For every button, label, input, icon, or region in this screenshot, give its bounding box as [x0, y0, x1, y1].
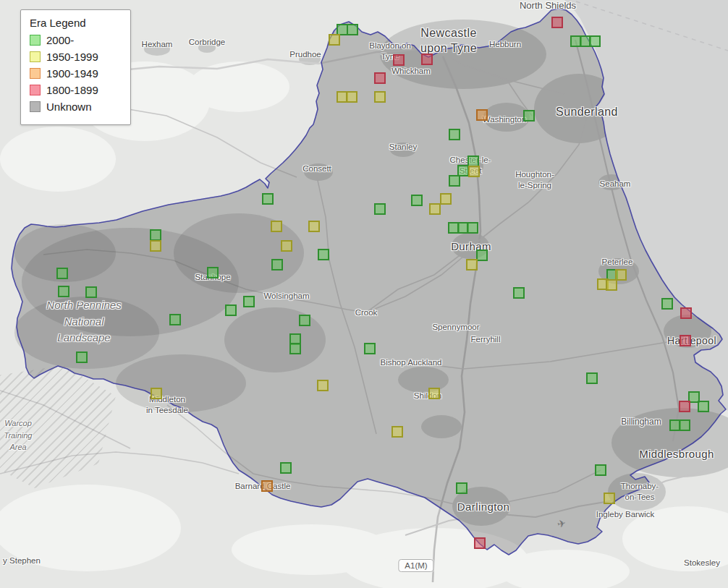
map-canvas[interactable]: HexhamCorbridgePrudhoeNewcastle upon Tyn…: [0, 0, 728, 588]
legend-item-1900-1949: 1900-1949: [30, 67, 122, 80]
era-marker-2000-[interactable]: [76, 351, 88, 363]
era-marker-1900-1949[interactable]: [476, 109, 488, 121]
era-marker-1950-1999[interactable]: [329, 34, 340, 46]
era-marker-2000-[interactable]: [169, 314, 181, 325]
era-marker-1950-1999[interactable]: [317, 380, 329, 391]
era-marker-2000-[interactable]: [679, 419, 690, 431]
era-marker-1950-1999[interactable]: [151, 388, 162, 399]
legend-label-1950-1999: 1950-1999: [46, 51, 98, 63]
era-marker-2000-[interactable]: [456, 482, 467, 494]
era-marker-2000-[interactable]: [449, 175, 460, 187]
era-marker-1950-1999[interactable]: [346, 91, 357, 103]
era-marker-2000-[interactable]: [56, 268, 68, 279]
era-marker-1800-1899[interactable]: [474, 537, 486, 549]
era-marker-2000-[interactable]: [364, 343, 376, 354]
era-marker-1800-1899[interactable]: [551, 17, 563, 28]
era-marker-2000-[interactable]: [318, 249, 329, 260]
legend-label-1800-1899: 1800-1899: [46, 84, 98, 96]
era-legend: Era Legend 2000- 1950-1999 1900-1949 180…: [20, 9, 131, 125]
era-marker-2000-[interactable]: [299, 315, 310, 326]
legend-item-1800-1899: 1800-1899: [30, 84, 122, 96]
era-marker-1950-1999[interactable]: [604, 493, 615, 504]
legend-swatch-1900-1949: [30, 68, 41, 79]
era-marker-2000-[interactable]: [595, 464, 606, 476]
era-marker-1950-1999[interactable]: [606, 279, 617, 291]
legend-item-unknown: Unknown: [30, 101, 122, 113]
era-marker-2000-[interactable]: [449, 129, 460, 140]
era-marker-2000-[interactable]: [280, 462, 292, 474]
era-marker-2000-[interactable]: [589, 35, 601, 47]
era-marker-2000-[interactable]: [661, 298, 673, 310]
era-marker-2000-[interactable]: [262, 193, 274, 205]
era-marker-1950-1999[interactable]: [271, 221, 282, 232]
era-marker-1950-1999[interactable]: [308, 221, 320, 232]
era-marker-2000-[interactable]: [698, 401, 709, 412]
era-marker-2000-[interactable]: [58, 286, 69, 297]
era-marker-1950-1999[interactable]: [440, 193, 452, 205]
legend-item-2000s: 2000-: [30, 34, 122, 46]
era-marker-1800-1899[interactable]: [679, 401, 690, 412]
era-marker-2000-[interactable]: [467, 222, 478, 234]
era-marker-2000-[interactable]: [476, 250, 488, 261]
era-marker-2000-[interactable]: [85, 286, 97, 298]
era-marker-2000-[interactable]: [271, 259, 283, 270]
era-marker-2000-[interactable]: [523, 110, 535, 122]
era-marker-1950-1999[interactable]: [428, 388, 440, 399]
era-marker-1900-1949[interactable]: [261, 480, 273, 492]
era-marker-1950-1999[interactable]: [150, 240, 161, 252]
legend-label-1900-1949: 1900-1949: [46, 67, 98, 80]
era-marker-2000-[interactable]: [586, 372, 598, 384]
era-marker-1950-1999[interactable]: [429, 203, 441, 215]
era-marker-1950-1999[interactable]: [466, 259, 478, 270]
legend-swatch-1950-1999: [30, 51, 41, 62]
legend-title: Era Legend: [30, 17, 122, 29]
era-marker-2000-[interactable]: [289, 343, 301, 354]
era-marker-1950-1999[interactable]: [468, 166, 480, 177]
era-marker-2000-[interactable]: [225, 304, 237, 316]
era-marker-2000-[interactable]: [374, 203, 386, 215]
legend-swatch-1800-1899: [30, 85, 41, 95]
era-marker-1950-1999[interactable]: [374, 91, 386, 103]
legend-label-2000s: 2000-: [46, 34, 74, 46]
era-marker-1800-1899[interactable]: [680, 307, 692, 319]
era-marker-2000-[interactable]: [347, 24, 358, 35]
era-marker-1800-1899[interactable]: [374, 72, 386, 84]
era-marker-2000-[interactable]: [207, 267, 219, 278]
road-badge-a1m: A1(M): [398, 559, 433, 572]
era-marker-1800-1899[interactable]: [393, 54, 405, 66]
era-marker-2000-[interactable]: [243, 296, 255, 307]
era-marker-1950-1999[interactable]: [391, 426, 403, 438]
legend-item-1950-1999: 1950-1999: [30, 51, 122, 63]
era-marker-2000-[interactable]: [513, 287, 525, 299]
era-marker-1800-1899[interactable]: [421, 54, 433, 65]
legend-swatch-2000s: [30, 35, 41, 46]
era-marker-2000-[interactable]: [411, 195, 423, 206]
era-marker-2000-[interactable]: [150, 229, 161, 241]
era-marker-1950-1999[interactable]: [281, 240, 292, 252]
legend-label-unknown: Unknown: [46, 101, 92, 113]
legend-swatch-unknown: [30, 101, 41, 112]
era-marker-1800-1899[interactable]: [680, 335, 691, 346]
